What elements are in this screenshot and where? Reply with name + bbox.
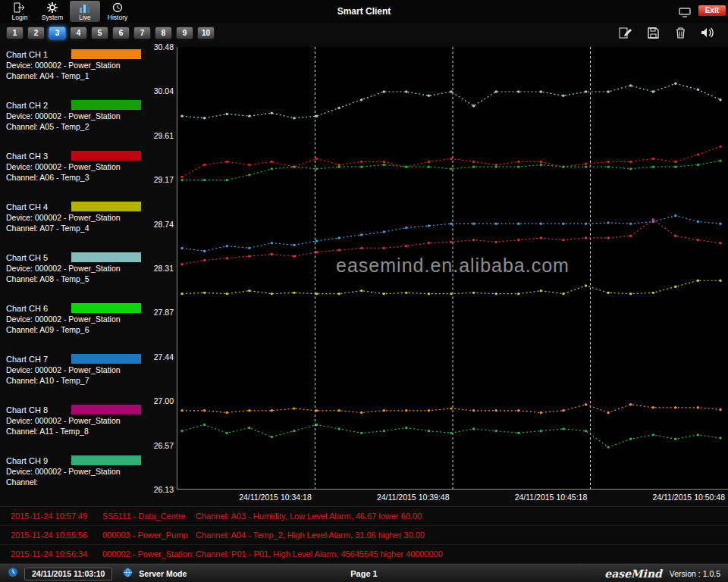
channel-channel: Channel: A11 - Temp_8 bbox=[6, 427, 149, 436]
channel-channel: Channel: A09 - Temp_6 bbox=[6, 325, 149, 334]
channel-device: Device: 000002 - Power_Station bbox=[6, 264, 149, 273]
channel-color-swatch bbox=[71, 303, 141, 313]
channel-device: Device: 000002 - Power_Station bbox=[6, 61, 149, 70]
alarm-device: SS5111 - Data_Centre bbox=[102, 512, 196, 521]
series-line bbox=[182, 280, 720, 293]
nav-login-label: Login bbox=[12, 14, 28, 21]
chart-plot[interactable]: easemind.en.alibaba.com bbox=[177, 47, 728, 490]
nav-system[interactable]: System bbox=[37, 1, 67, 22]
nav-system-label: System bbox=[42, 14, 63, 21]
channel-entry[interactable]: Chart CH 1 Device: 000002 - Power_Statio… bbox=[0, 45, 149, 96]
channel-color-swatch bbox=[71, 354, 141, 364]
server-mode-label: Server Mode bbox=[139, 569, 187, 578]
channel-channel: Channel: A07 - Temp_4 bbox=[6, 224, 149, 233]
tab-3[interactable]: 3 bbox=[49, 27, 66, 39]
bar-chart-icon bbox=[79, 2, 91, 14]
login-icon bbox=[14, 2, 26, 14]
tab-6[interactable]: 6 bbox=[112, 27, 130, 39]
tab-5[interactable]: 5 bbox=[91, 27, 108, 39]
brand-area: easeMind Version : 1.0.5 bbox=[604, 568, 720, 580]
y-tick-label: 27.87 bbox=[154, 308, 174, 317]
y-tick-label: 27.44 bbox=[154, 352, 174, 361]
status-datetime: 24/11/2015 11:03:10 bbox=[24, 568, 112, 580]
tab-7[interactable]: 7 bbox=[133, 27, 151, 39]
channel-sidebar: Chart CH 1 Device: 000002 - Power_Statio… bbox=[0, 42, 149, 506]
channel-device: Device: 000002 - Power_Station bbox=[6, 314, 149, 324]
channel-channel: Channel: A10 - Temp_7 bbox=[6, 376, 149, 385]
x-tick-label: 24/11/2015 10:45:18 bbox=[453, 493, 591, 502]
channel-entry[interactable]: Chart CH 4 Device: 000002 - Power_Statio… bbox=[0, 198, 149, 249]
channel-title: Chart CH 8 bbox=[6, 405, 65, 415]
alarm-row[interactable]: 2015-11-24 10:57:49 SS5111 - Data_Centre… bbox=[0, 507, 728, 526]
tab-8[interactable]: 8 bbox=[155, 27, 172, 39]
alarm-device: 000002 - Power_Station bbox=[102, 549, 196, 559]
channel-entry[interactable]: Chart CH 9 Device: 000002 - Power_Statio… bbox=[0, 452, 149, 502]
tab-1[interactable]: 1 bbox=[6, 27, 24, 39]
nav-login[interactable]: Login bbox=[5, 1, 35, 22]
channel-title: Chart CH 7 bbox=[6, 355, 65, 364]
x-axis-labels: 24/11/2015 10:34:1824/11/2015 10:39:4824… bbox=[177, 490, 728, 505]
channel-title: Chart CH 2 bbox=[6, 101, 65, 110]
y-tick-label: 29.17 bbox=[154, 175, 174, 184]
y-tick-label: 30.48 bbox=[154, 42, 174, 52]
tab-9[interactable]: 9 bbox=[176, 27, 193, 39]
y-tick-label: 26.57 bbox=[154, 441, 174, 450]
alarm-message: Channel: A04 - Temp_2, High Level Alarm,… bbox=[196, 530, 728, 540]
monitor-icon[interactable] bbox=[679, 7, 691, 20]
tab-strip: 12345678910 bbox=[6, 27, 218, 39]
y-tick-label: 29.61 bbox=[154, 131, 174, 140]
channel-channel: Channel: A08 - Temp_5 bbox=[6, 274, 149, 283]
exit-button[interactable]: Exit bbox=[698, 5, 726, 16]
alarm-time: 2015-11-24 10:56:34 bbox=[11, 549, 102, 559]
y-tick-label: 26.13 bbox=[154, 485, 174, 494]
channel-device: Device: 000002 - Power_Station bbox=[6, 213, 149, 222]
edit-icon[interactable] bbox=[617, 25, 634, 40]
channel-color-swatch bbox=[71, 49, 141, 59]
alarm-message: Channel: P01 - P01, High Level Alarm, 45… bbox=[196, 549, 728, 559]
channel-title: Chart CH 9 bbox=[6, 456, 65, 465]
nav-history[interactable]: History bbox=[102, 1, 133, 22]
x-tick-label: 24/11/2015 10:34:18 bbox=[177, 493, 315, 502]
channel-entry[interactable]: Chart CH 7 Device: 000002 - Power_Statio… bbox=[0, 350, 149, 401]
y-tick-label: 30.04 bbox=[154, 86, 174, 95]
titlebar-right: Exit bbox=[679, 3, 728, 20]
channel-entry[interactable]: Chart CH 5 Device: 000002 - Power_Statio… bbox=[0, 249, 149, 299]
channel-entry[interactable]: Chart CH 8 Device: 000002 - Power_Statio… bbox=[0, 401, 149, 452]
status-clock-icon bbox=[8, 567, 18, 580]
channel-color-swatch bbox=[71, 202, 141, 211]
y-tick-label: 27.00 bbox=[154, 396, 174, 405]
channel-title: Chart CH 5 bbox=[6, 253, 65, 262]
tab-10[interactable]: 10 bbox=[197, 27, 215, 39]
tab-row: 12345678910 bbox=[0, 23, 728, 42]
alarm-time: 2015-11-24 10:55:56 bbox=[11, 530, 102, 540]
channel-entry[interactable]: Chart CH 6 Device: 000002 - Power_Statio… bbox=[0, 299, 149, 350]
alarm-row[interactable]: 2015-11-24 10:56:34 000002 - Power_Stati… bbox=[0, 545, 728, 564]
delete-icon[interactable] bbox=[672, 25, 689, 40]
channel-channel: Channel: A05 - Temp_2 bbox=[6, 122, 149, 131]
chart-toolbar bbox=[617, 25, 722, 40]
y-tick-label: 28.74 bbox=[154, 220, 174, 229]
channel-color-swatch bbox=[71, 100, 141, 110]
version-label: Version : 1.0.5 bbox=[670, 569, 720, 578]
save-icon[interactable] bbox=[645, 25, 661, 40]
brand-logo: easeMind bbox=[604, 568, 662, 580]
nav-live[interactable]: Live bbox=[70, 1, 100, 22]
channel-entry[interactable]: Chart CH 2 Device: 000002 - Power_Statio… bbox=[0, 96, 149, 147]
channel-color-swatch bbox=[71, 405, 141, 415]
tab-2[interactable]: 2 bbox=[27, 27, 45, 39]
channel-entry[interactable]: Chart CH 3 Device: 000002 - Power_Statio… bbox=[0, 147, 149, 198]
alarm-row[interactable]: 2015-11-24 10:55:56 000003 - Power_Pump … bbox=[0, 526, 728, 545]
nav-live-label: Live bbox=[79, 14, 91, 21]
channel-channel: Channel: A04 - Temp_1 bbox=[6, 71, 149, 80]
tab-4[interactable]: 4 bbox=[70, 27, 87, 39]
server-mode-icon bbox=[123, 567, 133, 580]
channel-title: Chart CH 1 bbox=[6, 50, 65, 59]
series-line bbox=[182, 161, 720, 180]
main-nav: Login System Live History bbox=[0, 1, 133, 22]
alarm-time: 2015-11-24 10:57:49 bbox=[11, 512, 102, 521]
channel-device: Device: 000002 - Power_Station bbox=[6, 162, 149, 171]
speaker-icon[interactable] bbox=[699, 25, 716, 40]
channel-channel: Channel: bbox=[6, 477, 149, 487]
series-line bbox=[182, 83, 720, 118]
clock-icon bbox=[112, 2, 123, 14]
